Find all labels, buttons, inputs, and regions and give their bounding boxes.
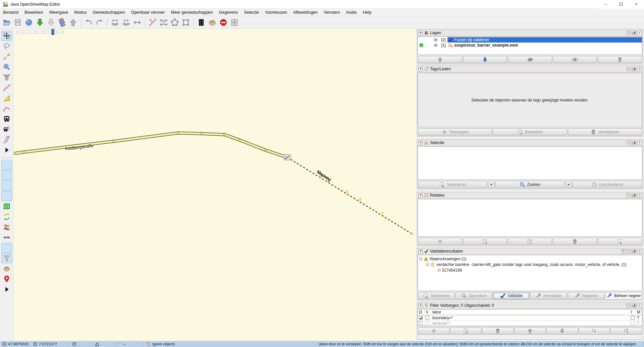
detach-button[interactable] xyxy=(626,303,631,308)
split-way-button[interactable] xyxy=(147,17,158,28)
more-right-button[interactable] xyxy=(1,145,12,155)
collapse-button[interactable] xyxy=(418,249,423,254)
validator-filter-button[interactable] xyxy=(621,249,626,254)
tile-grid-button[interactable] xyxy=(229,17,240,28)
select-move-button[interactable] xyxy=(1,31,12,41)
menu-bewerken[interactable]: Bewerken xyxy=(21,9,46,15)
menu-bestand[interactable]: Bestand xyxy=(0,9,21,15)
validator-manage-ignore-button[interactable]: Beheer negeer xyxy=(605,292,642,299)
relations-toggle-button[interactable] xyxy=(1,191,12,201)
selection-select-dropdown[interactable] xyxy=(488,181,495,188)
filter-reorder-button[interactable] xyxy=(610,327,642,335)
lane-details-button[interactable] xyxy=(196,17,207,28)
filter-hiding-checkbox[interactable] xyxy=(426,321,429,325)
menu-help[interactable]: Help xyxy=(360,9,375,15)
update-data-button[interactable] xyxy=(57,17,67,28)
close-panel-button[interactable]: × xyxy=(637,249,642,254)
authors-toggle-button[interactable] xyxy=(1,222,12,232)
dock-button[interactable] xyxy=(632,249,636,254)
notes-toggle-button[interactable] xyxy=(1,274,12,284)
path-nodes[interactable] xyxy=(346,191,413,235)
relation-list[interactable] xyxy=(418,199,642,237)
filter-row[interactable]: boundary=* T xyxy=(418,315,642,321)
collapse-button[interactable] xyxy=(418,303,423,308)
selection-toggle-button[interactable] xyxy=(1,181,12,191)
detach-button[interactable] xyxy=(626,193,631,198)
filter-enabled-checkbox[interactable] xyxy=(419,321,423,325)
more-right-button[interactable] xyxy=(1,284,12,294)
relation-select-members-button[interactable] xyxy=(598,238,642,245)
menu-modus[interactable]: Modus xyxy=(71,9,90,15)
selection-list[interactable] xyxy=(418,146,642,180)
filter-sort-button[interactable] xyxy=(579,327,610,335)
minimap-toggle-button[interactable] xyxy=(1,201,12,211)
undo-button[interactable] xyxy=(83,17,94,28)
turn-restriction-button[interactable] xyxy=(218,17,229,28)
map-styles-button[interactable] xyxy=(207,17,218,28)
filter-enabled-checkbox[interactable] xyxy=(419,316,423,320)
download-along-button[interactable] xyxy=(46,17,56,28)
layer-move-up-button[interactable] xyxy=(418,56,462,63)
parallel-way-button[interactable] xyxy=(1,135,12,145)
validator-validate-button[interactable]: Validatie xyxy=(493,292,530,299)
barrier-path-way[interactable] xyxy=(287,157,412,234)
relation-delete-button[interactable] xyxy=(553,238,597,245)
filter-toggle-button[interactable] xyxy=(1,253,12,263)
validation-tree[interactable]: Waarschuwingen (1) verdachte barrière - … xyxy=(418,255,642,291)
validator-fix-button[interactable]: Herstellen xyxy=(530,292,567,299)
jump-position-button[interactable] xyxy=(23,17,34,28)
dock-button[interactable] xyxy=(632,67,636,71)
tree-row-warnings[interactable]: Waarschuwingen (1) xyxy=(419,256,642,262)
detach-button[interactable] xyxy=(626,249,631,254)
unfold-nodes-button[interactable] xyxy=(110,17,120,28)
tag-edit-button[interactable]: Bewerken xyxy=(493,128,567,136)
changeset-toggle-button[interactable] xyxy=(1,212,12,222)
tag-delete-button[interactable]: Verwijderen xyxy=(568,128,642,136)
menu-vensters[interactable]: Vensters xyxy=(321,9,343,15)
create-circle-button[interactable] xyxy=(169,17,180,28)
collapse-button[interactable] xyxy=(418,141,423,145)
layer-visibility-button[interactable] xyxy=(553,56,597,63)
filter-edit-button[interactable] xyxy=(450,327,482,335)
mappaint-toggle-button[interactable] xyxy=(1,264,12,274)
tree-row-object[interactable]: 317454199 xyxy=(419,267,642,273)
zoom-slider[interactable] xyxy=(16,29,63,35)
eye-icon[interactable] xyxy=(432,38,439,42)
lift-gate-icon[interactable] xyxy=(284,154,291,160)
menu-openbaar-vervoer[interactable]: Openbaar vervoer xyxy=(128,9,168,15)
spread-nodes-button[interactable] xyxy=(132,17,143,28)
filter-expression[interactable]: landuse=* xyxy=(431,321,630,326)
filter-expression[interactable]: boundary=* xyxy=(431,315,630,320)
filter-inverted-checkbox[interactable] xyxy=(631,316,635,320)
selection-select-button[interactable]: Selecteren xyxy=(418,181,487,188)
lasso-button[interactable] xyxy=(1,41,12,51)
dock-button[interactable] xyxy=(632,193,636,198)
collapse-button[interactable] xyxy=(418,67,423,71)
dock-button[interactable] xyxy=(632,303,636,308)
selection-search-dropdown[interactable] xyxy=(565,181,572,188)
layer-merge-button[interactable] xyxy=(508,56,552,63)
detach-button[interactable] xyxy=(626,31,631,35)
close-panel-button[interactable]: × xyxy=(637,67,642,71)
follow-way-button[interactable] xyxy=(1,103,12,114)
dock-button[interactable] xyxy=(632,141,636,145)
combine-way-button[interactable] xyxy=(158,17,169,28)
bus-stop-button[interactable] xyxy=(1,114,12,124)
close-panel-button[interactable]: × xyxy=(637,193,642,198)
menu-weergave[interactable]: Weergave xyxy=(46,9,71,15)
selection-search-button[interactable]: Zoeken xyxy=(495,181,565,188)
draw-node-button[interactable] xyxy=(1,52,12,62)
filter-hiding-checkbox[interactable] xyxy=(426,316,429,320)
collapse-button[interactable] xyxy=(418,193,423,198)
orthogonalize-button[interactable] xyxy=(180,17,191,28)
upload-data-button[interactable] xyxy=(68,17,78,28)
delete-mode-button[interactable] xyxy=(1,72,12,82)
filter-row[interactable]: landuse=* T xyxy=(418,321,642,326)
validator-ignore-button[interactable]: Negeren xyxy=(568,292,605,299)
selection-history-button[interactable]: Geschiedenis xyxy=(573,181,642,188)
layer-row[interactable]: [2] Fouten bij valideren xyxy=(418,37,642,43)
menu-audio[interactable]: Audio xyxy=(343,9,360,15)
menu-gereedschappen[interactable]: Gereedschappen xyxy=(90,9,128,15)
zoom-mode-button[interactable] xyxy=(1,62,12,72)
map-canvas[interactable]: Feldbergstraße Mapweg xyxy=(13,29,416,341)
